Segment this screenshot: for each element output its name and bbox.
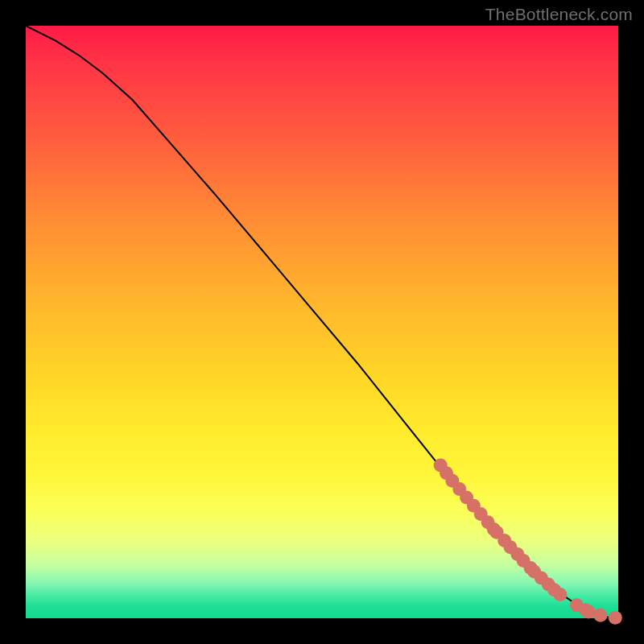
scatter-point	[582, 605, 596, 618]
plot-area	[26, 26, 618, 618]
scatter-point	[593, 609, 607, 622]
chart-svg	[26, 26, 618, 618]
scatter-point	[553, 588, 567, 601]
curve-line	[26, 26, 618, 618]
chart-frame: TheBottleneck.com	[0, 0, 644, 644]
scatter-points-group	[434, 459, 622, 625]
scatter-point	[609, 611, 622, 625]
attribution-text: TheBottleneck.com	[485, 5, 633, 24]
